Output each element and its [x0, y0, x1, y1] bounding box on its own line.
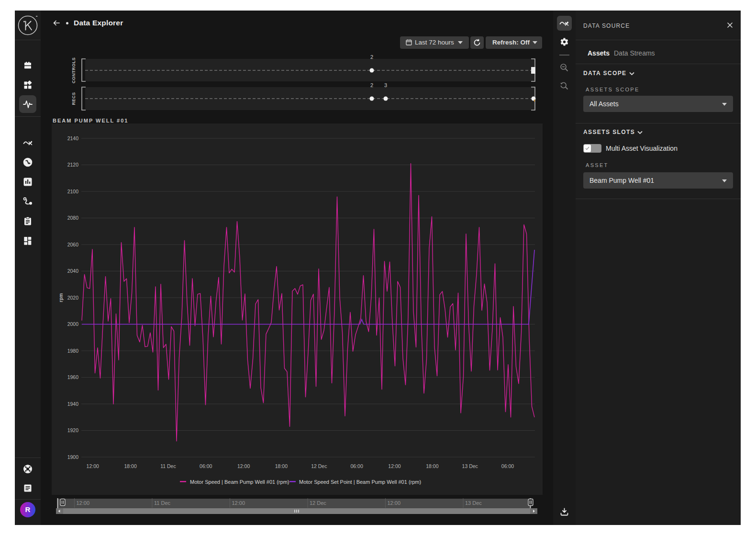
svg-text:rpm: rpm	[58, 293, 64, 302]
svg-text:2000: 2000	[67, 321, 79, 327]
svg-text:12:00: 12:00	[237, 463, 250, 469]
svg-text:06:00: 06:00	[350, 463, 363, 469]
svg-text:12:00: 12:00	[77, 500, 90, 506]
svg-text:1900: 1900	[67, 454, 79, 460]
svg-text:18:00: 18:00	[124, 463, 136, 469]
svg-text:18:00: 18:00	[426, 463, 438, 469]
svg-text:11 Dec: 11 Dec	[160, 463, 176, 469]
svg-text:18:00: 18:00	[275, 463, 288, 469]
svg-text:12:00: 12:00	[232, 500, 245, 506]
svg-text:Motor Speed | Beam Pump Well #: Motor Speed | Beam Pump Well #01 (rpm)	[190, 479, 289, 485]
svg-text:2040: 2040	[67, 268, 79, 274]
svg-text:12:00: 12:00	[388, 500, 401, 506]
svg-text:1960: 1960	[67, 374, 79, 380]
svg-text:13 Dec: 13 Dec	[462, 463, 478, 469]
svg-text:Motor Speed Set Point | Beam P: Motor Speed Set Point | Beam Pump Well #…	[299, 479, 421, 485]
svg-text:2100: 2100	[67, 189, 79, 194]
svg-text:2: 2	[370, 54, 373, 60]
svg-text:1940: 1940	[67, 401, 79, 407]
svg-text:2120: 2120	[67, 162, 79, 168]
svg-text:2060: 2060	[67, 242, 79, 247]
svg-text:3: 3	[384, 82, 387, 88]
svg-text:12:00: 12:00	[87, 463, 99, 469]
svg-text:13 Dec: 13 Dec	[465, 500, 482, 506]
svg-text:RECS: RECS	[71, 92, 76, 105]
svg-text:11 Dec: 11 Dec	[154, 500, 171, 506]
svg-text:12 Dec: 12 Dec	[310, 500, 326, 506]
svg-text:CONTROLS: CONTROLS	[71, 57, 76, 84]
svg-text:12 Dec: 12 Dec	[311, 463, 327, 469]
svg-text:06:00: 06:00	[200, 463, 212, 469]
svg-text:2080: 2080	[67, 215, 79, 221]
svg-text:1920: 1920	[67, 427, 79, 433]
svg-text:2020: 2020	[67, 295, 79, 301]
svg-text:06:00: 06:00	[501, 463, 514, 469]
svg-text:1980: 1980	[67, 348, 79, 354]
svg-text:2: 2	[370, 82, 373, 88]
svg-text:2140: 2140	[67, 135, 79, 141]
svg-text:12:00: 12:00	[388, 463, 400, 469]
